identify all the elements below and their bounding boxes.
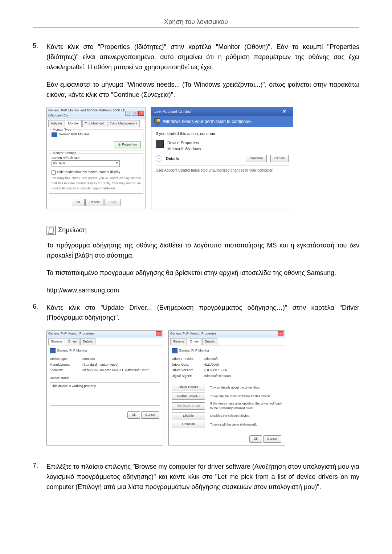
properties-button-label: Properties (122, 143, 137, 146)
cancel-button[interactable]: Cancel (270, 155, 289, 162)
device-type-value: Monitors (82, 357, 95, 362)
uac-title-text: User Account Control (154, 108, 191, 115)
version-key: Driver Version: (172, 368, 204, 373)
tab-troubleshoot[interactable]: Troubleshoot (82, 120, 106, 127)
tab-details[interactable]: Details (80, 338, 95, 345)
monitor-dialog: Generic PnP Monitor and NVIDIA GeForce 6… (46, 107, 146, 209)
header-rule (33, 27, 359, 28)
step-6: 6. Κάντε κλικ στο "Update Driver... (Ενη… (33, 303, 359, 455)
provider-value: Microsoft (204, 357, 218, 362)
tab-color[interactable]: Color Management (107, 120, 140, 127)
device-status-label: Device status (50, 376, 160, 381)
step-5-para-1: Κάντε κλικ στο "Properties (Ιδιότητες)" … (46, 42, 359, 73)
close-icon[interactable]: × (278, 331, 283, 336)
step-7: 7. Επιλέξτε το πλαίσιο επιλογής "Browse … (33, 462, 359, 500)
cancel-button[interactable]: Cancel (85, 199, 103, 206)
minimize-icon[interactable]: – (125, 111, 131, 116)
window-title: Generic PnP Monitor Properties (170, 331, 216, 336)
ok-button[interactable]: OK (72, 199, 85, 206)
maximize-icon[interactable]: □ (132, 111, 138, 116)
rollback-driver-desc: If the device fails after updating the d… (210, 401, 282, 411)
tab-driver[interactable]: Driver (188, 338, 201, 345)
uac-bar-text: Windows needs your permission to contion… (163, 118, 252, 125)
note-para-2: Το πιστοποιημένο πρόγραμμα οδήγησης θα β… (46, 268, 359, 278)
titlebar: Generic PnP Monitor and NVIDIA GeForce 6… (47, 107, 146, 119)
close-icon[interactable]: × (156, 331, 162, 336)
tab-general[interactable]: General (170, 338, 187, 345)
expand-icon[interactable]: ⌄ (156, 155, 162, 162)
shield-icon (154, 118, 160, 125)
monitor-name: Generic PnP Monitor (179, 349, 209, 353)
microsoft-windows-label: Microsoft Windows (167, 146, 201, 152)
tab-general[interactable]: General (48, 338, 65, 345)
uac-message-bar: Windows needs your permission to contion… (151, 116, 293, 127)
close-icon[interactable]: × (138, 111, 144, 116)
date-key: Driver Date: (172, 362, 204, 368)
tabs: Adapter Monitor Troubleshoot Color Manag… (47, 119, 146, 127)
monitor-icon (50, 348, 56, 353)
uac-footer: User Account Control helps stop unauthor… (156, 165, 289, 173)
date-value: 6/21/2006 (204, 362, 219, 368)
step-6-para-1: Κάντε κλικ στο "Update Driver... (Ενημέρ… (46, 303, 359, 323)
titlebar: Generic PnP Monitor Properties × (169, 331, 285, 337)
monitor-icon (172, 348, 177, 353)
ok-button[interactable]: OK (127, 411, 140, 419)
tab-details[interactable]: Details (202, 338, 217, 345)
disable-button[interactable]: Disable (172, 413, 205, 420)
titlebar: Generic PnP Monitor Properties × (47, 331, 163, 337)
provider-key: Driver Provider: (172, 357, 204, 362)
note-heading: Σημείωση (46, 225, 359, 235)
apply-button[interactable]: Apply (105, 199, 121, 206)
location-key: Location: (50, 368, 82, 373)
tab-driver[interactable]: Driver (66, 338, 79, 345)
device-icon (156, 140, 164, 148)
monitor-name: Generic PnP Monitor (57, 349, 87, 353)
refresh-label: Screen refresh rate: (52, 156, 141, 161)
monitor-settings-group: Monitor Settings Screen refresh rate: 60… (49, 153, 143, 194)
ok-button[interactable]: OK (249, 435, 262, 443)
tab-adapter[interactable]: Adapter (48, 120, 65, 127)
window-title: Generic PnP Monitor and NVIDIA GeForce 6… (48, 108, 125, 118)
update-driver-desc: To update the driver software for this d… (210, 394, 282, 399)
disable-desc: Disables the selected device. (210, 414, 282, 418)
refresh-select[interactable]: 60 Hertz ▼ (52, 160, 120, 167)
step-5-para-2: Εάν εμφανιστεί το μήνυμα "Windows needs.… (46, 80, 359, 100)
cancel-button[interactable]: Cancel (263, 435, 281, 443)
uninstall-desc: To uninstall the driver (Advanced). (210, 422, 282, 427)
tab-monitor[interactable]: Monitor (66, 120, 82, 127)
step-number: 6. (33, 303, 46, 455)
signer-key: Digital Signer: (172, 374, 204, 379)
step-number: 5. (33, 42, 46, 218)
device-properties-label: Device Properties (167, 140, 201, 146)
rollback-driver-button[interactable]: Roll Back Driver (172, 402, 205, 410)
manufacturer-key: Manufacturer: (50, 362, 82, 368)
details-link[interactable]: Details (166, 156, 242, 162)
uninstall-button[interactable]: Uninstall (172, 421, 205, 428)
hide-modes-desc: Clearing this check box allows you to se… (52, 176, 141, 191)
page-header: Χρήση του λογισμικού (33, 18, 359, 26)
hide-modes-label: Hide modes that this monitor cannot disp… (57, 170, 121, 174)
uac-titlebar: User Account Control ✖ (151, 107, 293, 116)
location-value: on NVIDIA GeForce 6600 LE (Microsoft Cor… (82, 368, 150, 373)
monitor-name: Generic PnP Monitor (59, 133, 89, 136)
close-icon[interactable]: ✖ (283, 108, 291, 115)
monitor-type-group: Monitor Type Generic PnP Monitor ◉ Prope… (49, 130, 143, 151)
manufacturer-value: (Standard monitor types) (82, 362, 118, 368)
monitor-icon (52, 132, 57, 137)
continue-button[interactable]: Continue (246, 155, 267, 162)
note-label: Σημείωση (58, 225, 87, 235)
driver-details-button[interactable]: Driver Details (172, 384, 205, 391)
hide-modes-checkbox[interactable]: ✓ (52, 171, 56, 175)
note-url: http://www.samsung.com (46, 286, 359, 296)
screenshot-row-1: Generic PnP Monitor and NVIDIA GeForce 6… (46, 107, 359, 209)
footer-rule (33, 518, 359, 518)
cancel-button[interactable]: Cancel (141, 411, 159, 419)
version-value: 6.0.6000.16386 (204, 368, 227, 373)
window-title: Generic PnP Monitor Properties (48, 331, 94, 336)
update-driver-button[interactable]: Update Driver... (172, 393, 205, 400)
properties-general-dialog: Generic PnP Monitor Properties × General… (46, 330, 163, 446)
uac-dialog: User Account Control ✖ Windows needs you… (151, 107, 293, 209)
properties-button[interactable]: ◉ Properties (114, 141, 141, 148)
group-title: Monitor Settings (52, 151, 77, 156)
chevron-down-icon: ▼ (115, 161, 118, 166)
